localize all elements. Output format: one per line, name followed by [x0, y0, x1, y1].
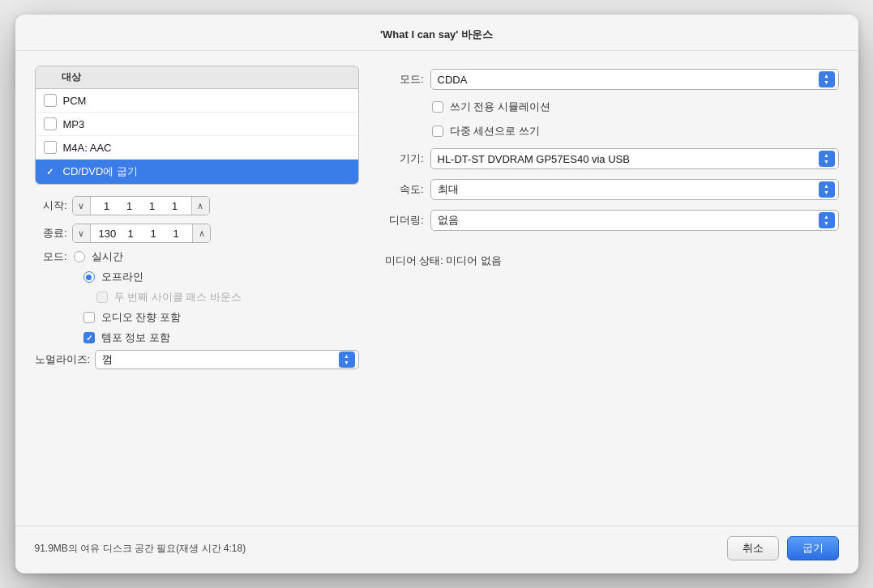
- target-item-mp3[interactable]: MP3: [36, 113, 358, 136]
- footer-buttons: 취소 굽기: [727, 536, 839, 560]
- normalize-value: 껌: [102, 352, 335, 367]
- start-label: 시작:: [38, 198, 67, 213]
- right-speed-row: 속도: 최대 ▲ ▼: [383, 179, 839, 200]
- normalize-select[interactable]: 껌 ▲ ▼: [95, 350, 358, 369]
- checkbox-m4a[interactable]: [44, 141, 57, 154]
- tempo-label: 템포 정보 포함: [101, 330, 170, 345]
- right-dither-row: 디더링: 없음 ▲ ▼: [383, 210, 839, 231]
- device-stepper-icon: ▲ ▼: [819, 151, 835, 167]
- left-panel: 대상 PCM MP3 M4A: AAC: [35, 66, 359, 511]
- target-label-mp3: MP3: [63, 118, 85, 130]
- dither-stepper-down: ▼: [824, 220, 829, 227]
- stepper-down-icon: ▼: [344, 360, 349, 366]
- end-val-3: 1: [145, 228, 161, 240]
- start-spinbox[interactable]: ∨ 1 1 1 1 ∧: [72, 196, 210, 215]
- checkbox-multi-session[interactable]: [432, 126, 443, 137]
- mode-stepper-icon: ▲ ▼: [819, 71, 835, 87]
- right-mode-select[interactable]: CDDA ▲ ▼: [430, 69, 839, 90]
- device-stepper-up: ▲: [824, 152, 829, 159]
- radio-realtime[interactable]: [74, 251, 85, 262]
- speed-stepper-up: ▲: [824, 183, 829, 190]
- target-label-pcm: PCM: [63, 95, 87, 107]
- start-values: 1 1 1 1: [91, 200, 191, 212]
- dialog-title: 'What I can say' 바운스: [15, 15, 858, 51]
- dialog-content: 대상 PCM MP3 M4A: AAC: [15, 51, 858, 526]
- media-status-value: 미디어 없음: [446, 254, 502, 266]
- end-val-4: 1: [168, 228, 184, 240]
- tempo-row: 템포 정보 포함: [83, 330, 359, 345]
- mode-section: 모드: 실시간 오프라인 두 번째 사이클 패스 바운스 오디오 잔향: [35, 249, 359, 345]
- right-dither-value: 없음: [438, 213, 815, 228]
- media-status-label: 미디어 상태:: [385, 254, 443, 266]
- right-dither-select[interactable]: 없음 ▲ ▼: [430, 210, 839, 231]
- speed-stepper-down: ▼: [824, 190, 829, 196]
- target-list: 대상 PCM MP3 M4A: AAC: [35, 66, 359, 185]
- right-device-select[interactable]: HL-DT-ST DVDRAM GP57ES40 via USB ▲ ▼: [430, 148, 839, 169]
- mode-stepper-up: ▲: [824, 73, 829, 79]
- radio-offline[interactable]: [83, 271, 95, 283]
- start-val-1: 1: [99, 200, 115, 212]
- target-item-cddvd[interactable]: CD/DVD에 굽기: [36, 160, 358, 184]
- mode-stepper-down: ▼: [824, 79, 829, 86]
- start-val-3: 1: [144, 200, 160, 212]
- right-device-value: HL-DT-ST DVDRAM GP57ES40 via USB: [438, 153, 815, 165]
- second-pass-row: 두 번째 사이클 패스 바운스: [96, 290, 359, 305]
- mode-row-offline: 오프라인: [83, 270, 359, 284]
- target-label-m4a: M4A: AAC: [63, 142, 112, 154]
- checkbox-second-pass[interactable]: [96, 292, 108, 303]
- end-row: 종료: ∨ 130 1 1 1 ∧: [38, 224, 359, 243]
- second-pass-label: 두 번째 사이클 패스 바운스: [114, 290, 242, 305]
- write-sim-label: 쓰기 전용 시뮬레이션: [450, 100, 550, 114]
- checkbox-mp3[interactable]: [44, 117, 57, 130]
- bounce-button[interactable]: 굽기: [787, 536, 839, 560]
- dialog-footer: 91.9MB의 여유 디스크 공간 필요(재생 시간 4:18) 취소 굽기: [15, 526, 858, 573]
- right-panel: 모드: CDDA ▲ ▼ 쓰기 전용 시뮬레이션 다중 세션으로 쓰기: [383, 66, 839, 511]
- start-up-arrow[interactable]: ∧: [191, 197, 209, 215]
- target-item-pcm[interactable]: PCM: [36, 89, 358, 113]
- checkbox-write-sim[interactable]: [432, 101, 443, 113]
- start-row: 시작: ∨ 1 1 1 1 ∧: [38, 196, 359, 215]
- start-down-arrow[interactable]: ∨: [73, 197, 91, 215]
- right-mode-value: CDDA: [438, 74, 815, 86]
- right-speed-value: 최대: [438, 182, 815, 197]
- end-label: 종료:: [38, 226, 67, 241]
- dither-stepper-up: ▲: [824, 214, 829, 220]
- normalize-stepper-icon: ▲ ▼: [339, 352, 355, 368]
- mode-label: 모드:: [38, 249, 67, 264]
- footer-info: 91.9MB의 여유 디스크 공간 필요(재생 시간 4:18): [35, 542, 246, 556]
- end-val-2: 1: [122, 228, 139, 240]
- end-values: 130 1 1 1: [91, 228, 193, 240]
- stepper-up-icon: ▲: [344, 353, 349, 360]
- speed-stepper-icon: ▲ ▼: [819, 181, 835, 198]
- right-speed-select[interactable]: 최대 ▲ ▼: [430, 179, 839, 200]
- checkbox-pcm[interactable]: [44, 94, 57, 107]
- multi-session-row: 다중 세션으로 쓰기: [432, 124, 839, 138]
- right-device-row: 기기: HL-DT-ST DVDRAM GP57ES40 via USB ▲ ▼: [383, 148, 839, 169]
- end-val-1: 130: [99, 228, 117, 240]
- cancel-button[interactable]: 취소: [727, 536, 779, 560]
- media-status-text: 미디어 상태: 미디어 없음: [385, 254, 502, 268]
- right-speed-label: 속도:: [383, 182, 424, 197]
- dither-stepper-icon: ▲ ▼: [819, 212, 835, 228]
- checkbox-audio-tail[interactable]: [83, 312, 95, 323]
- multi-session-label: 다중 세션으로 쓰기: [450, 124, 540, 138]
- target-item-m4a[interactable]: M4A: AAC: [36, 136, 358, 160]
- form-section: 시작: ∨ 1 1 1 1 ∧ 종료:: [35, 196, 359, 243]
- end-up-arrow[interactable]: ∧: [192, 224, 210, 242]
- radio-realtime-label: 실시간: [92, 249, 123, 264]
- audio-tail-label: 오디오 잔향 포함: [101, 310, 181, 325]
- end-spinbox[interactable]: ∨ 130 1 1 1 ∧: [72, 224, 212, 243]
- checkbox-cddvd[interactable]: [44, 165, 57, 178]
- device-stepper-down: ▼: [824, 159, 829, 165]
- end-down-arrow[interactable]: ∨: [73, 224, 91, 242]
- target-label-cddvd: CD/DVD에 굽기: [63, 164, 138, 179]
- right-mode-row: 모드: CDDA ▲ ▼: [383, 69, 839, 90]
- mode-row-realtime: 모드: 실시간: [38, 249, 359, 264]
- write-sim-row: 쓰기 전용 시뮬레이션: [432, 100, 839, 114]
- target-header: 대상: [36, 66, 358, 89]
- right-device-label: 기기:: [383, 151, 424, 166]
- right-dither-label: 디더링:: [383, 213, 424, 228]
- normalize-row: 노멀라이즈: 껌 ▲ ▼: [35, 350, 359, 369]
- bounce-dialog: 'What I can say' 바운스 대상 PCM MP3: [15, 15, 858, 573]
- checkbox-tempo[interactable]: [83, 332, 95, 343]
